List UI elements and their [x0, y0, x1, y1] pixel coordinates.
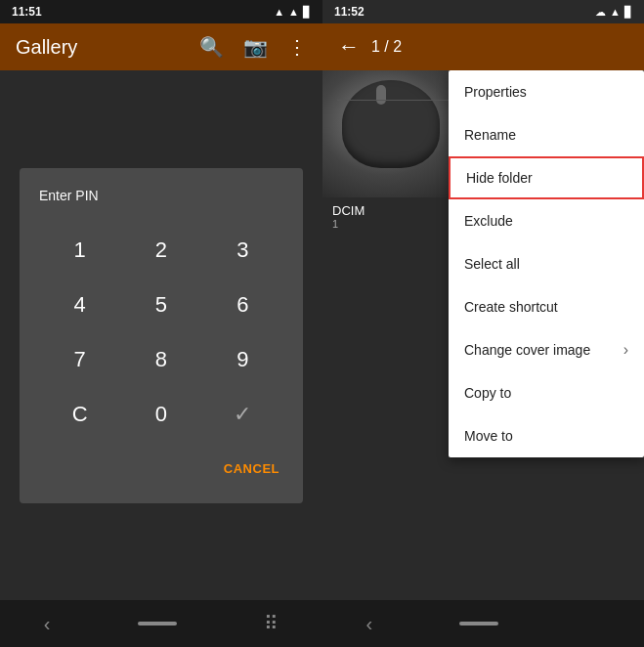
menu-item-hide-folder-label: Hide folder: [466, 170, 533, 186]
menu-item-rename[interactable]: Rename: [449, 113, 644, 156]
menu-item-exclude-label: Exclude: [464, 213, 513, 229]
back-nav-right[interactable]: ‹: [366, 613, 373, 635]
wifi-icon-right: ▲: [610, 6, 621, 18]
pin-key-confirm[interactable]: ✓: [202, 387, 283, 442]
menu-item-move-to-label: Move to: [464, 428, 513, 444]
menu-item-change-cover-label: Change cover image: [464, 342, 590, 358]
pin-key-7[interactable]: 7: [39, 332, 120, 387]
right-panel: 11:52 ☁ ▲ ▊ ← 1 / 2 ✓ DCIM 1: [322, 0, 644, 647]
back-nav-left[interactable]: ‹: [44, 613, 51, 635]
search-icon-left[interactable]: 🔍: [199, 35, 224, 59]
pin-key-4[interactable]: 4: [39, 278, 120, 332]
pin-key-clear[interactable]: C: [39, 387, 120, 442]
pin-key-5[interactable]: 5: [120, 278, 201, 332]
menu-item-properties[interactable]: Properties: [449, 70, 644, 113]
mouse-shape: [342, 80, 440, 168]
pin-key-9[interactable]: 9: [202, 332, 283, 387]
menu-item-create-shortcut[interactable]: Create shortcut: [449, 285, 644, 328]
wifi-icon-left: ▲: [274, 6, 284, 18]
app-bar-icons-left: 🔍 📷 ⋮: [199, 35, 307, 59]
pin-grid: 1 2 3 4 5 6 7 8 9 C 0 ✓: [39, 223, 283, 442]
status-time-right: 11:52: [334, 5, 365, 19]
app-bar-right: ← 1 / 2: [322, 23, 644, 70]
menu-item-move-to[interactable]: Move to: [449, 414, 644, 457]
bottom-nav-right: ‹ ⠿: [322, 600, 644, 647]
menu-item-change-cover[interactable]: Change cover image ›: [449, 328, 644, 371]
menu-item-rename-label: Rename: [464, 127, 516, 143]
status-time-left: 11:51: [12, 5, 42, 19]
camera-icon-left[interactable]: 📷: [243, 35, 268, 59]
folder-info: DCIM 1: [322, 197, 374, 236]
cancel-button[interactable]: CANCEL: [220, 453, 283, 484]
menu-item-exclude[interactable]: Exclude: [449, 199, 644, 242]
status-bar-left: 11:51 ▲ ▲ ▊: [0, 0, 322, 23]
bottom-nav-left: ‹ ⠿: [0, 600, 322, 647]
pin-key-1[interactable]: 1: [39, 223, 120, 278]
status-icons-left: ▲ ▲ ▊: [274, 6, 311, 19]
pin-key-6[interactable]: 6: [202, 278, 283, 332]
menu-item-create-shortcut-label: Create shortcut: [464, 299, 558, 315]
battery-icon-right: ▊: [624, 6, 632, 19]
status-bar-right: 11:52 ☁ ▲ ▊: [322, 0, 644, 23]
mouse-button-line: [337, 100, 454, 101]
pin-key-0[interactable]: 0: [120, 387, 201, 442]
cloud-icon-right: ☁: [595, 6, 606, 19]
back-icon-right[interactable]: ←: [338, 34, 360, 60]
app-bar-left: Gallery 🔍 📷 ⋮: [0, 23, 322, 70]
app-title-left: Gallery: [16, 36, 77, 59]
pin-actions: CANCEL: [39, 450, 283, 484]
pin-key-3[interactable]: 3: [202, 223, 283, 278]
menu-item-properties-label: Properties: [464, 84, 527, 100]
content-right: ✓ DCIM 1 Properties Rename Hide folder E…: [322, 70, 644, 600]
more-icon-left[interactable]: ⋮: [287, 35, 307, 59]
left-panel: 11:51 ▲ ▲ ▊ Gallery 🔍 📷 ⋮ Enter PIN 1 2 …: [0, 0, 322, 647]
pin-key-8[interactable]: 8: [120, 332, 201, 387]
mouse-scroll: [376, 85, 386, 105]
page-indicator: 1 / 2: [371, 38, 402, 56]
menu-item-select-all-label: Select all: [464, 256, 520, 272]
folder-count: 1: [332, 218, 365, 230]
pin-key-2[interactable]: 2: [120, 223, 201, 278]
recents-nav-left[interactable]: ⠿: [264, 612, 279, 635]
folder-name: DCIM: [332, 203, 365, 218]
status-icons-right: ☁ ▲ ▊: [595, 6, 632, 19]
menu-item-hide-folder[interactable]: Hide folder: [449, 156, 644, 199]
pin-dialog: Enter PIN 1 2 3 4 5 6 7 8 9 C 0 ✓ CANCEL: [20, 168, 303, 503]
content-left: Enter PIN 1 2 3 4 5 6 7 8 9 C 0 ✓ CANCEL: [0, 70, 322, 600]
home-bar-left[interactable]: [138, 622, 177, 625]
battery-icon-left: ▊: [303, 6, 311, 19]
menu-item-copy-to[interactable]: Copy to: [449, 371, 644, 414]
menu-item-copy-to-label: Copy to: [464, 385, 511, 401]
chevron-right-icon: ›: [623, 341, 628, 359]
dropdown-menu: Properties Rename Hide folder Exclude Se…: [449, 70, 644, 457]
menu-item-select-all[interactable]: Select all: [449, 242, 644, 285]
pin-title: Enter PIN: [39, 188, 283, 203]
signal-icon-left: ▲: [288, 6, 299, 18]
home-bar-right[interactable]: [459, 622, 498, 625]
